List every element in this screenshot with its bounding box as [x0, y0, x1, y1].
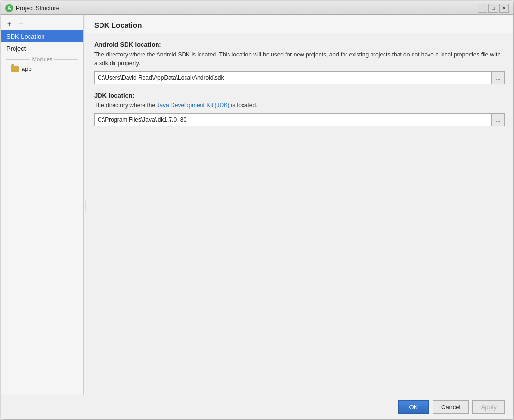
android-sdk-section: Android SDK location: The directory wher…	[94, 41, 505, 84]
content-main: Android SDK location: The directory wher…	[86, 33, 513, 395]
android-sdk-path-input[interactable]	[94, 71, 492, 84]
window-title: Project Structure	[16, 5, 478, 12]
modules-section-header: Modules	[1, 55, 83, 63]
sidebar-item-sdk-location[interactable]: SDK Location	[1, 30, 83, 42]
dialog-body: + − SDK Location Project Modules app	[1, 15, 513, 395]
add-button[interactable]: +	[4, 19, 14, 28]
window-controls: − □ ✕	[478, 4, 509, 13]
jdk-browse-button[interactable]: ...	[491, 113, 505, 126]
cancel-button[interactable]: Cancel	[433, 400, 469, 414]
jdk-description: The directory where the Java Development…	[94, 101, 505, 110]
sidebar-toolbar: + −	[1, 17, 83, 30]
jdk-link[interactable]: Java Development Kit (JDK)	[157, 102, 229, 109]
jdk-input-row: ...	[94, 113, 505, 126]
close-button[interactable]: ✕	[499, 4, 509, 13]
title-bar: A Project Structure − □ ✕	[1, 1, 513, 15]
sidebar-item-project[interactable]: Project	[1, 42, 83, 55]
jdk-section: JDK location: The directory where the Ja…	[94, 92, 505, 126]
sidebar-module-label: app	[21, 65, 32, 72]
android-sdk-title: Android SDK location:	[94, 41, 505, 48]
ok-button[interactable]: OK	[398, 400, 429, 414]
sidebar: + − SDK Location Project Modules app	[1, 15, 84, 395]
jdk-title: JDK location:	[94, 92, 505, 99]
jdk-path-input[interactable]	[94, 113, 492, 126]
android-sdk-input-row: ...	[94, 71, 505, 84]
sidebar-item-app[interactable]: app	[1, 63, 83, 74]
project-structure-dialog: A Project Structure − □ ✕ + − SDK Locati…	[1, 1, 513, 419]
content-area: SDK Location Android SDK location: The d…	[86, 15, 513, 395]
remove-button[interactable]: −	[16, 19, 26, 28]
android-sdk-browse-button[interactable]: ...	[491, 71, 505, 84]
folder-icon	[11, 66, 19, 72]
android-sdk-description: The directory where the Android SDK is l…	[94, 50, 505, 68]
minimize-button[interactable]: −	[478, 4, 487, 13]
maximize-button[interactable]: □	[488, 4, 498, 13]
content-title: SDK Location	[94, 21, 505, 29]
footer: OK Cancel Apply	[1, 395, 513, 419]
android-icon: A	[5, 4, 13, 12]
content-header: SDK Location	[86, 15, 513, 33]
apply-button[interactable]: Apply	[472, 400, 505, 414]
